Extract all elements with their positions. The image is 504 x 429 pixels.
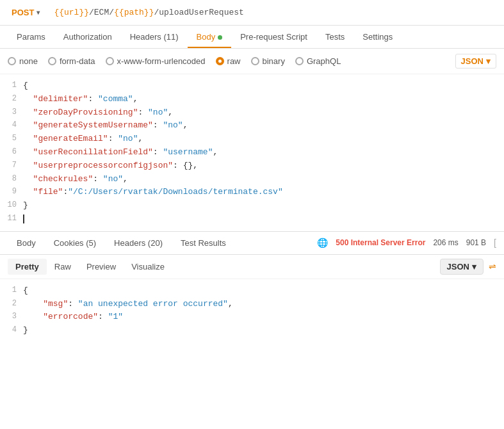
method-label: POST — [12, 8, 34, 17]
url-part-4: /uploadUserRequest — [154, 8, 243, 17]
req-line-7: 7 "userpreprocessorconfigjson": {}, — [0, 159, 504, 173]
radio-label-form-data: form-data — [60, 56, 95, 66]
radio-label-raw: raw — [227, 56, 241, 66]
req-line-5: 5 "generateEmail": "no", — [0, 133, 504, 146]
tab-settings[interactable]: Settings — [354, 26, 402, 48]
response-header: Body Cookies (5) Headers (20) Test Resul… — [0, 232, 504, 255]
url-bar: POST ▾ {{url}}/ECM/{{path}}/uploadUserRe… — [0, 0, 504, 26]
text-cursor — [23, 214, 24, 223]
resp-line-1: 1 { — [0, 284, 504, 298]
radio-circle-none — [8, 57, 16, 65]
req-linenum-4: 4 — [5, 119, 23, 131]
tab-authorization[interactable]: Authorization — [54, 26, 121, 48]
resp-linenum-3: 3 — [5, 311, 23, 323]
req-line-4: 4 "generateSystemUsername": "no", — [0, 119, 504, 133]
req-line-6: 6 "userReconillationField": "username", — [0, 146, 504, 159]
req-linenum-7: 7 — [5, 159, 23, 172]
response-json-chevron: ▾ — [472, 262, 476, 271]
method-chevron: ▾ — [37, 9, 40, 16]
radio-form-data[interactable]: form-data — [48, 56, 95, 66]
req-line-10: 10 } — [0, 199, 504, 213]
req-content-10: } — [23, 199, 499, 213]
tab-headers[interactable]: Headers (11) — [121, 26, 188, 48]
body-type-row: none form-data x-www-form-urlencoded raw… — [0, 49, 504, 74]
req-content-2: "delimiter": "comma", — [23, 93, 499, 106]
req-content-8: "checkrules": "no", — [23, 173, 499, 186]
radio-circle-raw — [216, 57, 224, 65]
url-part-2: /ECM/ — [89, 8, 114, 17]
req-line-1: 1 { — [0, 79, 504, 93]
radio-graphql[interactable]: GraphQL — [295, 56, 341, 66]
req-linenum-1: 1 — [5, 79, 23, 92]
method-select[interactable]: POST ▾ — [8, 5, 44, 20]
req-linenum-10: 10 — [5, 199, 23, 211]
resp-content-4: } — [23, 324, 499, 337]
url-input[interactable]: {{url}}/ECM/{{path}}/uploadUserRequest — [49, 5, 496, 20]
radio-label-graphql: GraphQL — [307, 56, 341, 66]
req-linenum-2: 2 — [5, 93, 23, 105]
resp-tab-cookies[interactable]: Cookies (5) — [45, 232, 105, 254]
response-json-label: JSON — [447, 262, 469, 271]
json-type-chevron: ▾ — [486, 56, 491, 66]
req-content-3: "zeroDayProvisioning": "no", — [23, 106, 499, 120]
resp-content-1: { — [23, 284, 499, 298]
resp-content-2: "msg": "an unexpected error occurred", — [23, 298, 499, 311]
bracket-icon: [ — [494, 238, 496, 248]
response-body-editor: 1 { 2 "msg": "an unexpected error occurr… — [0, 279, 504, 343]
json-type-selector[interactable]: JSON ▾ — [455, 54, 496, 69]
radio-circle-urlencoded — [106, 57, 114, 65]
req-content-6: "userReconillationField": "username", — [23, 146, 499, 159]
resp-linenum-4: 4 — [5, 324, 23, 336]
request-tabs: Params Authorization Headers (11) Body P… — [0, 26, 504, 49]
req-content-5: "generateEmail": "no", — [23, 133, 499, 146]
resp-tab-headers[interactable]: Headers (20) — [105, 232, 172, 254]
response-size: 901 B — [466, 238, 486, 247]
req-content-11 — [23, 213, 499, 226]
resp-line-2: 2 "msg": "an unexpected error occurred", — [0, 298, 504, 311]
radio-circle-graphql — [295, 57, 304, 65]
req-line-9: 9 "file":"/C:/Users/rvartak/Downloads/te… — [0, 186, 504, 199]
response-status: 🌐 500 Internal Server Error 206 ms 901 B… — [317, 238, 496, 248]
tab-pre-request[interactable]: Pre-request Script — [231, 26, 316, 48]
radio-label-none: none — [19, 56, 38, 66]
req-line-11: 11 — [0, 213, 504, 226]
req-linenum-3: 3 — [5, 106, 23, 118]
req-linenum-9: 9 — [5, 186, 23, 198]
fmt-tab-raw[interactable]: Raw — [47, 259, 79, 275]
radio-label-binary: binary — [263, 56, 285, 66]
req-content-1: { — [23, 79, 499, 93]
resp-linenum-1: 1 — [5, 284, 23, 296]
req-content-9: "file":"/C:/Users/rvartak/Downloads/term… — [23, 186, 499, 199]
req-line-2: 2 "delimiter": "comma", — [0, 93, 504, 106]
globe-icon: 🌐 — [317, 238, 328, 248]
req-linenum-5: 5 — [5, 133, 23, 145]
req-linenum-11: 11 — [5, 213, 23, 225]
tab-params[interactable]: Params — [8, 26, 54, 48]
radio-urlencoded[interactable]: x-www-form-urlencoded — [106, 56, 206, 66]
tab-body[interactable]: Body — [188, 26, 232, 48]
radio-binary[interactable]: binary — [251, 56, 285, 66]
response-json-selector[interactable]: JSON ▾ — [440, 259, 484, 275]
radio-none[interactable]: none — [8, 56, 38, 66]
req-line-3: 3 "zeroDayProvisioning": "no", — [0, 106, 504, 120]
req-content-7: "userpreprocessorconfigjson": {}, — [23, 159, 499, 173]
request-body-editor[interactable]: 1 { 2 "delimiter": "comma", 3 "zeroDayPr… — [0, 74, 504, 232]
radio-circle-form-data — [48, 57, 56, 65]
resp-linenum-2: 2 — [5, 298, 23, 310]
fmt-tab-preview[interactable]: Preview — [79, 259, 124, 275]
tab-tests[interactable]: Tests — [316, 26, 354, 48]
filter-icon[interactable]: ⇌ — [489, 261, 496, 271]
radio-raw[interactable]: raw — [216, 56, 241, 66]
radio-label-urlencoded: x-www-form-urlencoded — [117, 56, 206, 66]
req-line-8: 8 "checkrules": "no", — [0, 173, 504, 186]
fmt-tab-visualize[interactable]: Visualize — [124, 259, 172, 275]
resp-tab-test-results[interactable]: Test Results — [172, 232, 235, 254]
response-time: 206 ms — [433, 238, 458, 247]
body-dot — [218, 35, 222, 40]
status-code: 500 Internal Server Error — [336, 238, 425, 247]
url-part-3: {{path}} — [114, 8, 154, 17]
url-part-1: {{url}} — [54, 8, 89, 17]
resp-tab-body[interactable]: Body — [8, 232, 45, 254]
response-format-row: Pretty Raw Preview Visualize JSON ▾ ⇌ — [0, 255, 504, 279]
fmt-tab-pretty[interactable]: Pretty — [8, 259, 47, 275]
